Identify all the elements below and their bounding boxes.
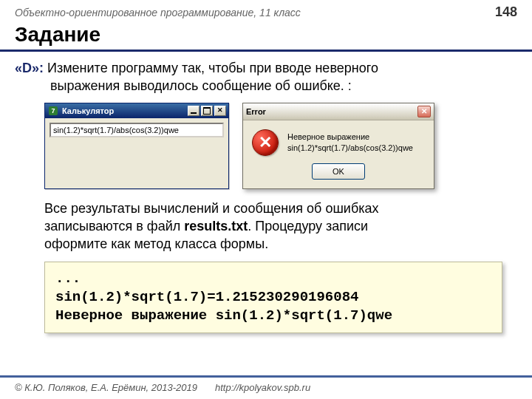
copyright: © К.Ю. Поляков, Е.А. Ерёмин, 2013-2019 bbox=[15, 382, 197, 393]
error-message: Неверное выражение sin(1.2)*sqrt(1.7)/ab… bbox=[287, 132, 413, 153]
code-line3: Неверное выражение sin(1.2)*sqrt(1.7)qwe bbox=[55, 307, 392, 324]
task-label: «D»: bbox=[15, 61, 44, 75]
para-line2c: . Процедуру записи bbox=[248, 219, 368, 233]
error-close-button[interactable] bbox=[417, 106, 431, 117]
para-line2a: записываются в файл bbox=[44, 219, 184, 233]
error-title: Error bbox=[246, 107, 417, 116]
error-msg-line2: sin(1.2)*sqrt(1.7)/abs(cos(3.2))qwe bbox=[287, 143, 413, 153]
para-line3: оформите как метод класса формы. bbox=[44, 236, 268, 251]
para-line1: Все результаты вычислений и сообщения об… bbox=[44, 201, 378, 216]
description-paragraph: Все результаты вычислений и сообщения об… bbox=[44, 200, 517, 253]
error-dialog: Error Неверное выражение sin(1.2)*sqrt(1… bbox=[242, 103, 434, 189]
title-bar: Задание bbox=[0, 21, 532, 50]
calculator-title: Калькулятор bbox=[62, 106, 184, 115]
minimize-button[interactable] bbox=[188, 106, 200, 116]
course-title: Объектно-ориентированное программировани… bbox=[15, 7, 301, 18]
task-line-2: выражения выводилось сообщение об ошибке… bbox=[15, 77, 517, 95]
slide-footer: © К.Ю. Поляков, Е.А. Ерёмин, 2013-2019 h… bbox=[0, 375, 532, 399]
page-title: Задание bbox=[15, 23, 517, 47]
task-text: «D»: Измените программу так, чтобы при в… bbox=[15, 59, 517, 95]
close-button[interactable] bbox=[214, 106, 226, 116]
calculator-client bbox=[45, 118, 228, 163]
page-number: 148 bbox=[495, 4, 517, 20]
task-line-1: Измените программу так, чтобы при вводе … bbox=[44, 61, 378, 75]
code-line1: ... bbox=[55, 270, 81, 287]
ok-button[interactable]: OK bbox=[312, 163, 365, 180]
title-rule bbox=[0, 50, 532, 52]
calculator-titlebar: 7 Калькулятор bbox=[45, 103, 228, 118]
error-icon bbox=[252, 129, 279, 156]
screenshots-row: 7 Калькулятор Error bbox=[44, 103, 517, 189]
results-file-example: ... sin(1.2)*sqrt(1.7)=1.215230290196084… bbox=[44, 262, 502, 332]
code-line2: sin(1.2)*sqrt(1.7)=1.215230290196084 bbox=[55, 289, 358, 305]
app-icon: 7 bbox=[48, 106, 58, 116]
calculator-window: 7 Калькулятор bbox=[44, 103, 229, 189]
maximize-button[interactable] bbox=[201, 106, 213, 116]
error-titlebar: Error bbox=[243, 103, 434, 120]
expression-input[interactable] bbox=[50, 123, 224, 137]
error-msg-line1: Неверное выражение bbox=[287, 132, 413, 142]
svg-text:7: 7 bbox=[51, 107, 55, 115]
footer-url: http://kpolyakov.spb.ru bbox=[215, 382, 310, 393]
results-filename: results.txt bbox=[184, 219, 248, 233]
slide-header: Объектно-ориентированное программировани… bbox=[0, 0, 532, 21]
